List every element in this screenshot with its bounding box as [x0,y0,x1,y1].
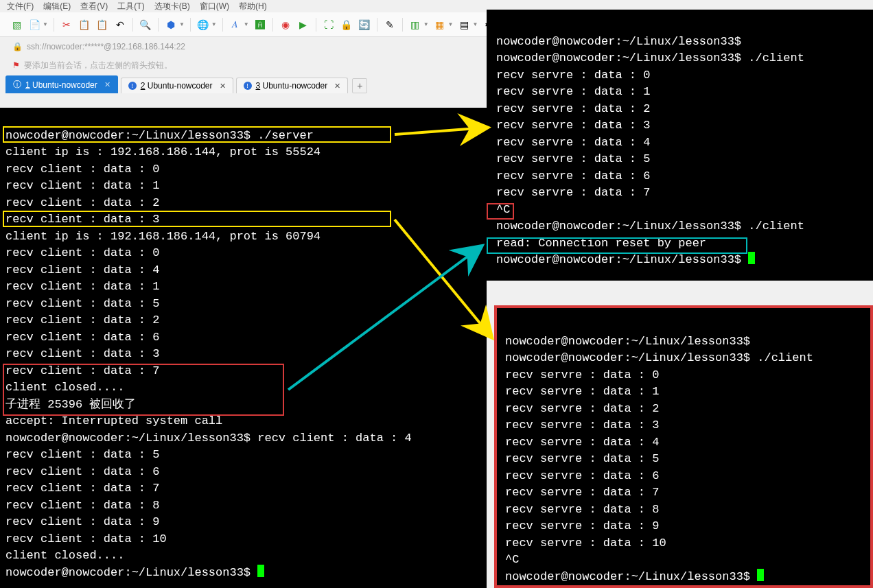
close-icon[interactable]: ✕ [220,82,226,91]
tab-label: 1 Ubuntu-nowcoder [25,80,97,90]
line: recv client : data : 10 [5,532,167,545]
menu-edit[interactable]: 编辑(E) [43,1,71,12]
line: recv servre : data : 7 [505,486,659,499]
layout2-icon[interactable]: ▦ [433,18,447,32]
prompt: nowcoder@nowcoder:~/Linux/lesson33$ [496,35,748,48]
line: recv client : data : 2 [5,196,159,209]
info-icon: ! [128,82,137,90]
menu-view[interactable]: 查看(V) [80,1,108,12]
line: recv client : data : 7 [5,364,159,377]
line: recv client : data : 6 [5,465,159,478]
new-tab-icon[interactable]: 📄 [27,18,41,32]
separator [402,18,403,32]
line: recv client : data : 7 [5,482,159,495]
fullscreen-icon[interactable]: ⛶ [322,18,336,32]
line: recv client : data : 5 [5,448,159,461]
separator [158,18,159,32]
line: recv client : data : 2 [5,314,159,327]
cmd: ./server [257,129,314,142]
wand-icon[interactable]: ✎ [383,18,397,32]
line: recv servre : data : 5 [496,152,650,165]
line: recv servre : data : 7 [496,186,650,199]
info-icon: ! [244,82,252,90]
menu-help[interactable]: 帮助(H) [239,1,267,12]
separator [377,18,377,32]
line: client ip is : 192.168.186.144, prot is … [5,145,321,158]
line: recv client : data : 6 [5,331,159,344]
add-tab-button[interactable]: + [352,78,367,93]
cut-icon[interactable]: ✂ [60,18,73,32]
prompt: nowcoder@nowcoder:~/Linux/lesson33$ [5,566,257,579]
line: recv servre : data : 10 [505,537,666,550]
search-icon[interactable]: 🔍 [139,18,152,32]
record-icon[interactable]: ◉ [279,18,292,32]
line: recv servre : data : 1 [496,85,650,98]
prompt: nowcoder@nowcoder:~/Linux/lesson33$ [505,570,757,583]
close-icon[interactable]: ✕ [104,80,110,89]
menu-tools[interactable]: 工具(T) [117,1,144,12]
layout3-icon[interactable]: ▤ [458,18,472,32]
line: ^C [496,203,510,216]
tab-1[interactable]: ⓘ 1 Ubuntu-nowcoder ✕ [5,75,118,93]
color-icon[interactable]: 🅰 [253,18,267,32]
cursor [748,252,755,264]
client-terminal-2[interactable]: nowcoder@nowcoder:~/Linux/lesson33$ nowc… [494,305,873,588]
line: recv servre : data : 3 [496,119,650,132]
cmd: ./client [757,351,813,364]
info-icon: ⓘ [13,79,21,91]
line: recv servre : data : 0 [496,69,650,82]
line: recv servre : data : 5 [505,452,659,465]
flag-icon: ⚑ [12,60,20,70]
layout1-icon[interactable]: ▥ [408,18,422,32]
separator [190,18,191,32]
refresh-icon[interactable]: 🔄 [358,18,371,32]
prompt: nowcoder@nowcoder:~/Linux/lesson33$ [496,220,748,233]
line: recv servre : data : 1 [505,385,659,398]
line: client closed.... [5,549,124,562]
prompt: nowcoder@nowcoder:~/Linux/lesson33$ [505,335,757,348]
undo-icon[interactable]: ↶ [113,18,127,32]
tab-3[interactable]: ! 3 Ubuntu-nowcoder ✕ [236,78,349,93]
cmd: ./client [748,220,804,233]
client-terminal-1[interactable]: nowcoder@nowcoder:~/Linux/lesson33$ nowc… [487,10,873,281]
menu-file[interactable]: 文件(F) [7,1,34,12]
line: recv client : data : 5 [5,297,159,310]
line: recv servre : data : 0 [505,368,659,381]
new-session-icon[interactable]: ▧ [10,18,23,32]
globe-icon[interactable]: 🌐 [196,18,210,32]
prompt: nowcoder@nowcoder:~/Linux/lesson33$ [5,129,257,142]
line: read: Connection reset by peer [496,237,706,250]
tab-label: 3 Ubuntu-nowcoder [256,81,328,91]
line: recv client : data : 8 [5,499,159,512]
line: client ip is : 192.168.186.144, prot is … [5,230,321,243]
server-terminal[interactable]: nowcoder@nowcoder:~/Linux/lesson33$ ./se… [0,108,487,588]
lock-icon[interactable]: 🔒 [340,18,353,32]
paste-icon[interactable]: 📋 [95,18,109,32]
line: recv client : data : 0 [5,163,159,176]
line: recv servre : data : 6 [496,169,650,183]
bookmark-icon[interactable]: ⬢ [164,18,178,32]
play-icon[interactable]: ▶ [296,18,310,32]
prompt: nowcoder@nowcoder:~/Linux/lesson33$ [496,253,748,266]
line: recv client : data : 1 [5,179,159,192]
cursor [757,569,764,581]
prompt: nowcoder@nowcoder:~/Linux/lesson33$ [505,351,757,364]
line: accept: Interrupted system call [5,414,222,427]
separator [54,18,54,32]
line: recv servre : data : 9 [505,519,659,532]
hint-text: 要添加当前会话，点击左侧的箭头按钮。 [24,60,172,71]
cmd: ./client [748,51,804,64]
close-icon[interactable]: ✕ [334,82,340,91]
font-icon[interactable]: 𝐴 [229,18,242,32]
menu-window[interactable]: 窗口(W) [200,1,229,12]
copy-icon[interactable]: 📋 [78,18,91,32]
line: client closed.... [5,381,124,394]
tab-2[interactable]: ! 2 Ubuntu-nowcoder ✕ [121,78,233,93]
menu-tabs[interactable]: 选项卡(B) [154,1,190,12]
line: recv servre : data : 8 [505,503,659,516]
line: recv servre : data : 6 [505,469,659,482]
line: recv client : data : 1 [5,280,159,293]
lock-icon: 🔒 [12,42,23,51]
address-text[interactable]: ssh://nowcoder:******@192.168.186.144:22 [27,42,185,51]
prompt: nowcoder@nowcoder:~/Linux/lesson33$ [496,51,748,64]
